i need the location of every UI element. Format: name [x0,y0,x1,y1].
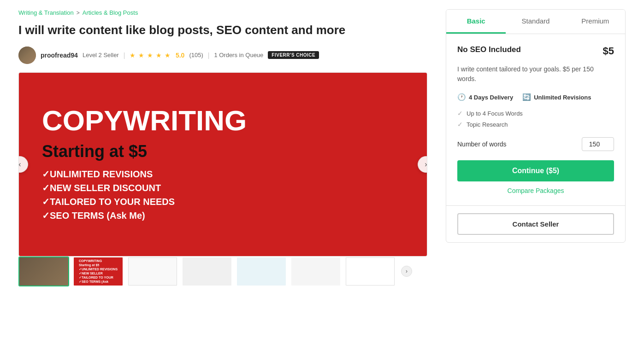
avatar [18,47,36,64]
copy-features-list: ✓UNLIMITED REVISIONS ✓NEW SELLER DISCOUN… [42,169,175,224]
thumb-img-6 [291,257,340,286]
tab-standard[interactable]: Standard [506,10,565,34]
separator-2: | [208,52,210,59]
breadcrumb: Writing & Translation > Articles & Blog … [18,9,427,16]
thumbnail-1[interactable] [18,257,69,286]
thumb-img-3 [128,257,177,286]
thumbnail-6[interactable] [290,257,341,286]
feature-item-2: ✓ Topic Research [457,121,614,128]
thumb-img-4 [183,257,231,286]
thumbnail-5[interactable] [236,257,287,286]
thumbnail-3[interactable] [127,257,178,286]
word-count-input[interactable] [582,137,614,151]
copy-feature-2: ✓NEW SELLER DISCOUNT [42,182,175,193]
copy-feature-4: ✓SEO TERMS (Ask Me) [42,210,175,221]
package-description: I write content tailored to your goals. … [457,64,614,84]
copy-feature-3: ✓TAILORED TO YOUR NEEDS [42,196,175,207]
contact-seller-button[interactable]: Contact Seller [457,213,614,235]
breadcrumb-separator: > [77,10,80,16]
clock-icon: 🕐 [457,93,466,101]
feature-label-2: Topic Research [467,121,508,128]
compare-packages-link[interactable]: Compare Packages [457,187,614,194]
package-panel: Basic Standard Premium No SEO Included $… [446,9,626,243]
check-icon-1: ✓ [457,110,463,117]
thumbnail-4[interactable] [182,257,232,286]
delivery-days: 🕐 4 Days Delivery [457,93,513,101]
word-count-row: Number of words [457,137,614,151]
revisions-label: Unlimited Revisions [534,94,591,101]
package-header: No SEO Included $5 [457,45,614,57]
rating-score: 5.0 [176,52,184,59]
feature-item-1: ✓ Up to 4 Focus Words [457,110,614,117]
star-icons: ★ ★ ★ ★ ★ [130,52,171,59]
seller-name[interactable]: proofread94 [41,52,78,59]
seller-level: Level 2 Seller [83,52,119,58]
delivery-days-label: 4 Days Delivery [469,94,513,101]
thumbnail-2[interactable]: COPYWRITINGStarting at $5✓UNLIMITED REVI… [73,257,124,286]
copy-headline: COPYWRITING [42,105,247,136]
thumb-img-1 [19,257,68,286]
features-list: ✓ Up to 4 Focus Words ✓ Topic Research [457,110,614,128]
feature-label-1: Up to 4 Focus Words [467,110,523,117]
continue-button[interactable]: Continue ($5) [457,160,614,181]
image-content: COPYWRITING Starting at $5 ✓UNLIMITED RE… [19,73,427,256]
main-image: COPYWRITING Starting at $5 ✓UNLIMITED RE… [18,72,427,257]
word-count-label: Number of words [457,140,507,148]
package-name: No SEO Included [457,45,521,54]
thumbnails-next-button[interactable]: › [401,266,412,277]
seller-info: proofread94 Level 2 Seller | ★ ★ ★ ★ ★ 5… [18,47,427,64]
copy-subheadline: Starting at $5 [42,142,147,161]
tab-basic[interactable]: Basic [446,10,506,34]
thumb-img-5 [237,257,286,286]
fiverr-choice-badge: FIVERR'S CHOICE [268,51,319,59]
thumbnails: COPYWRITINGStarting at $5✓UNLIMITED REVI… [18,257,427,286]
delivery-info: 🕐 4 Days Delivery 🔄 Unlimited Revisions [457,93,614,101]
breadcrumb-parent[interactable]: Writing & Translation [18,9,74,16]
tab-premium[interactable]: Premium [566,10,625,34]
package-price: $5 [603,45,614,57]
thumb-img-2: COPYWRITINGStarting at $5✓UNLIMITED REVI… [74,257,123,286]
revisions-info: 🔄 Unlimited Revisions [522,93,591,101]
copy-feature-1: ✓UNLIMITED REVISIONS [42,169,175,180]
breadcrumb-current[interactable]: Articles & Blog Posts [83,9,138,16]
refresh-icon: 🔄 [522,93,531,101]
contact-seller-section: Contact Seller [446,205,625,242]
thumb-img-7 [346,257,395,286]
gallery: COPYWRITING Starting at $5 ✓UNLIMITED RE… [18,72,427,286]
avatar-image [18,47,36,64]
check-icon-2: ✓ [457,121,463,128]
seller-separator: | [124,52,125,59]
gig-title: I will write content like blog posts, SE… [18,23,378,38]
package-content: No SEO Included $5 I write content tailo… [446,34,625,205]
thumbnail-7[interactable] [345,257,396,286]
reviews-count[interactable]: (105) [189,52,203,58]
orders-queue: 1 Orders in Queue [214,52,263,58]
package-tabs: Basic Standard Premium [446,10,625,34]
